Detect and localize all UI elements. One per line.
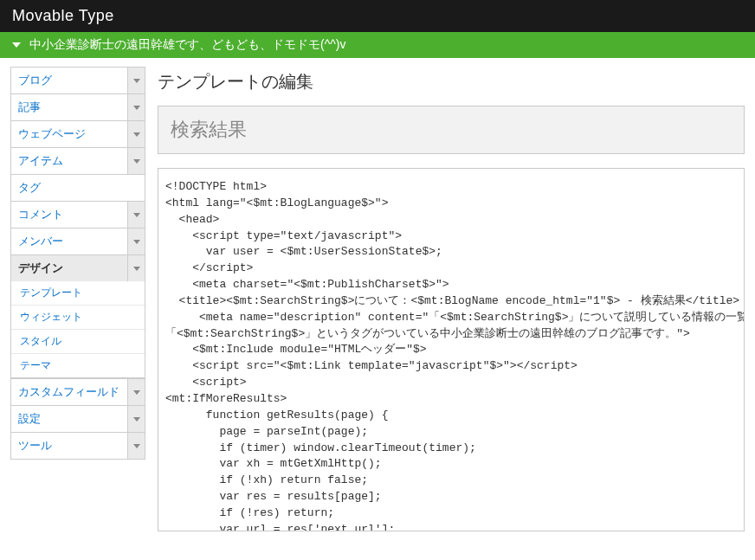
- sidebar-item-blog[interactable]: ブログ: [10, 67, 145, 93]
- sidebar-item-design[interactable]: デザイン: [10, 254, 145, 281]
- chevron-down-icon: [133, 267, 140, 271]
- sidebar-subitem-widget[interactable]: ウィジェット: [11, 306, 145, 330]
- sidebar-item-label: カスタムフィールド: [11, 379, 127, 405]
- site-selector-bar[interactable]: 中小企業診断士の遠田幹雄です、どもども、ドモドモ(^^)v: [0, 32, 755, 58]
- sidebar-nav: ブログ 記事 ウェブページ アイテム タグ コメント メンバー デザイン: [10, 67, 145, 531]
- sidebar-toggle[interactable]: [127, 202, 145, 228]
- main-content: テンプレートの編集 検索結果 <!DOCTYPE html> <html lan…: [158, 67, 745, 531]
- sidebar-toggle[interactable]: [127, 433, 145, 459]
- sidebar-toggle[interactable]: [127, 229, 145, 254]
- sidebar-toggle[interactable]: [127, 121, 145, 147]
- sidebar-item-label: デザイン: [11, 255, 127, 281]
- sidebar-item-customfield[interactable]: カスタムフィールド: [10, 378, 145, 405]
- sidebar-item-label: ツール: [11, 433, 127, 459]
- sidebar-item-tools[interactable]: ツール: [10, 432, 145, 460]
- sidebar-toggle[interactable]: [127, 406, 145, 432]
- sidebar-subitem-template[interactable]: テンプレート: [11, 281, 145, 306]
- chevron-down-icon: [133, 106, 140, 110]
- app-name: Movable Type: [12, 7, 114, 24]
- site-name: 中小企業診断士の遠田幹雄です、どもども、ドモドモ(^^)v: [29, 37, 345, 53]
- sidebar-subitem-theme[interactable]: テーマ: [11, 354, 145, 377]
- dropdown-triangle-icon: [12, 42, 21, 48]
- chevron-down-icon: [133, 390, 140, 395]
- chevron-down-icon: [133, 240, 140, 244]
- sidebar-toggle[interactable]: [127, 148, 145, 174]
- sidebar-item-entry[interactable]: 記事: [10, 93, 145, 120]
- sidebar-item-label: アイテム: [11, 148, 127, 174]
- sidebar-item-label: 設定: [11, 406, 127, 432]
- sidebar-subitem-style[interactable]: スタイル: [11, 330, 145, 354]
- sidebar-toggle[interactable]: [127, 379, 145, 405]
- sidebar-item-webpage[interactable]: ウェブページ: [10, 120, 145, 147]
- template-name-input[interactable]: 検索結果: [158, 106, 745, 154]
- chevron-down-icon: [133, 79, 140, 83]
- sidebar-item-label: 記事: [11, 94, 127, 120]
- sidebar-toggle[interactable]: [127, 68, 145, 93]
- sidebar-item-label: メンバー: [11, 229, 127, 254]
- chevron-down-icon: [133, 213, 140, 217]
- page-title: テンプレートの編集: [158, 67, 745, 93]
- template-code-editor[interactable]: <!DOCTYPE html> <html lang="<$mt:BlogLan…: [158, 168, 745, 531]
- sidebar-item-label: ウェブページ: [11, 121, 127, 147]
- sidebar-item-label: コメント: [11, 202, 127, 228]
- sidebar-item-item[interactable]: アイテム: [10, 147, 145, 174]
- sidebar-item-settings[interactable]: 設定: [10, 405, 145, 432]
- sidebar-item-member[interactable]: メンバー: [10, 228, 145, 254]
- chevron-down-icon: [133, 417, 140, 422]
- chevron-down-icon: [133, 132, 140, 137]
- sidebar-item-tag[interactable]: タグ: [10, 174, 145, 201]
- app-header: Movable Type: [0, 0, 755, 32]
- sidebar-item-label: ブログ: [11, 68, 127, 93]
- chevron-down-icon: [133, 444, 140, 448]
- chevron-down-icon: [133, 159, 140, 164]
- sidebar-submenu-design: テンプレート ウィジェット スタイル テーマ: [10, 281, 145, 378]
- sidebar-toggle[interactable]: [127, 255, 145, 281]
- sidebar-item-label: タグ: [11, 175, 145, 201]
- sidebar-toggle[interactable]: [127, 94, 145, 120]
- sidebar-item-comment[interactable]: コメント: [10, 201, 145, 228]
